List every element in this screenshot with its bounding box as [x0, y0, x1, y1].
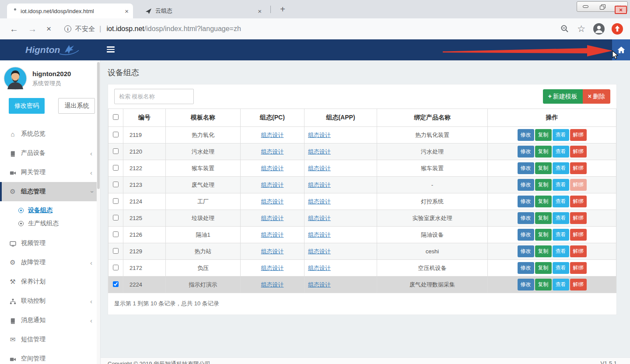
- bookmark-star-icon[interactable]: ☆: [577, 24, 585, 34]
- copy-button[interactable]: 复制: [535, 229, 552, 241]
- edit-button[interactable]: 修改: [518, 212, 534, 224]
- sidebar-item-linkage-control[interactable]: 联动控制 ‹: [0, 291, 100, 311]
- row-checkbox[interactable]: [113, 281, 119, 287]
- copy-button[interactable]: 复制: [535, 146, 552, 158]
- edit-button[interactable]: 修改: [518, 279, 534, 290]
- info-icon[interactable]: i: [64, 25, 71, 32]
- hamburger-menu-icon[interactable]: [107, 46, 115, 54]
- address-bar[interactable]: i 不安全 | iot.idosp.net/idosp/index.html?l…: [64, 24, 553, 33]
- new-template-button[interactable]: +新建模板: [543, 89, 583, 104]
- tab-close-icon[interactable]: ×: [125, 7, 129, 15]
- view-button[interactable]: 查看: [553, 229, 569, 241]
- unbind-button[interactable]: 解绑: [570, 279, 587, 290]
- copy-button[interactable]: 复制: [535, 212, 552, 224]
- copy-button[interactable]: 复制: [535, 196, 552, 207]
- unbind-button[interactable]: 解绑: [570, 245, 587, 257]
- pc-design-link[interactable]: 组态设计: [261, 215, 284, 221]
- edit-button[interactable]: 修改: [518, 229, 534, 241]
- unbind-button[interactable]: 解绑: [570, 162, 587, 174]
- unbind-button[interactable]: 解绑: [570, 262, 587, 274]
- row-checkbox[interactable]: [113, 231, 119, 237]
- sidebar-item-config-management[interactable]: ⚙ 组态管理 ‹: [0, 182, 100, 201]
- pc-design-link[interactable]: 组态设计: [261, 248, 284, 255]
- browser-tab-inactive[interactable]: 云组态 ×: [139, 4, 266, 18]
- restore-button[interactable]: [594, 2, 610, 11]
- app-design-link[interactable]: 组态设计: [308, 182, 331, 188]
- sidebar-scrollbar[interactable]: [97, 60, 100, 364]
- tab-close-icon[interactable]: ×: [258, 7, 262, 15]
- pc-design-link[interactable]: 组态设计: [261, 182, 284, 188]
- view-button[interactable]: 查看: [553, 162, 569, 174]
- edit-button[interactable]: 修改: [518, 179, 534, 191]
- app-design-link[interactable]: 组态设计: [308, 132, 331, 138]
- view-button[interactable]: 查看: [553, 146, 569, 158]
- sidebar-item-message-notification[interactable]: 消息通知 ‹: [0, 311, 100, 330]
- unbind-button[interactable]: 解绑: [570, 196, 587, 207]
- app-design-link[interactable]: 组态设计: [308, 231, 331, 238]
- copy-button[interactable]: 复制: [535, 262, 552, 274]
- sidebar-item-production-line-config[interactable]: 生产线组态: [0, 217, 100, 230]
- view-button[interactable]: 查看: [553, 245, 569, 257]
- edit-button[interactable]: 修改: [518, 146, 534, 158]
- row-checkbox[interactable]: [113, 265, 119, 270]
- unbind-button[interactable]: 解绑: [570, 146, 587, 158]
- pc-design-link[interactable]: 组态设计: [261, 148, 284, 155]
- view-button[interactable]: 查看: [553, 129, 569, 141]
- new-tab-button[interactable]: +: [277, 4, 288, 15]
- view-button[interactable]: 查看: [553, 279, 569, 290]
- view-button[interactable]: 查看: [553, 212, 569, 224]
- minimize-button[interactable]: [577, 2, 594, 11]
- row-checkbox[interactable]: [113, 198, 119, 204]
- app-design-link[interactable]: 组态设计: [308, 248, 331, 255]
- pc-design-link[interactable]: 组态设计: [261, 265, 284, 271]
- browser-profile-icon[interactable]: [593, 23, 605, 35]
- copy-button[interactable]: 复制: [535, 245, 552, 257]
- row-checkbox[interactable]: [113, 132, 119, 137]
- app-design-link[interactable]: 组态设计: [308, 198, 331, 205]
- copy-button[interactable]: 复制: [535, 129, 552, 141]
- edit-button[interactable]: 修改: [518, 245, 534, 257]
- app-design-link[interactable]: 组态设计: [308, 148, 331, 155]
- change-password-button[interactable]: 修改密码: [9, 98, 45, 114]
- app-design-link[interactable]: 组态设计: [308, 265, 331, 271]
- logout-button[interactable]: 退出系统: [58, 98, 95, 114]
- edit-button[interactable]: 修改: [518, 162, 534, 174]
- extension-icon[interactable]: [612, 23, 623, 35]
- row-checkbox[interactable]: [113, 182, 119, 187]
- sidebar-item-device-config[interactable]: 设备组态: [0, 204, 100, 217]
- browser-tab-active[interactable]: iot.idosp.net/idosp/index.html ×: [7, 4, 133, 18]
- search-input[interactable]: [114, 89, 194, 104]
- pc-design-link[interactable]: 组态设计: [261, 281, 284, 288]
- delete-button[interactable]: ×删除: [583, 89, 610, 104]
- view-button[interactable]: 查看: [553, 196, 569, 207]
- sidebar-item-fault-management[interactable]: ⚙ 故障管理 ‹: [0, 253, 100, 272]
- unbind-button[interactable]: 解绑: [570, 179, 587, 191]
- copy-button[interactable]: 复制: [535, 179, 552, 191]
- view-button[interactable]: 查看: [553, 179, 569, 191]
- edit-button[interactable]: 修改: [518, 196, 534, 207]
- copy-button[interactable]: 复制: [535, 279, 552, 290]
- back-button[interactable]: ←: [10, 24, 18, 34]
- row-checkbox[interactable]: [113, 165, 119, 171]
- bigdata-home-button[interactable]: [612, 39, 630, 60]
- view-button[interactable]: 查看: [553, 262, 569, 274]
- zoom-out-icon[interactable]: [560, 24, 569, 33]
- sidebar-item-sms-management[interactable]: ✉ 短信管理: [0, 330, 100, 349]
- edit-button[interactable]: 修改: [518, 129, 534, 141]
- row-checkbox[interactable]: [113, 148, 119, 154]
- pc-design-link[interactable]: 组态设计: [261, 231, 284, 238]
- pc-design-link[interactable]: 组态设计: [261, 198, 284, 205]
- sidebar-item-space-management[interactable]: 空间管理: [0, 349, 100, 364]
- pc-design-link[interactable]: 组态设计: [261, 165, 284, 172]
- row-checkbox[interactable]: [113, 215, 119, 220]
- forward-button[interactable]: →: [28, 24, 37, 34]
- unbind-button[interactable]: 解绑: [570, 212, 587, 224]
- row-checkbox[interactable]: [113, 248, 119, 254]
- pc-design-link[interactable]: 组态设计: [261, 132, 284, 138]
- edit-button[interactable]: 修改: [518, 262, 534, 274]
- sidebar-item-gateway[interactable]: 网关管理 ‹: [0, 163, 100, 182]
- sidebar-item-video-management[interactable]: 视频管理: [0, 234, 100, 253]
- sidebar-item-product-devices[interactable]: 产品设备 ‹: [0, 144, 100, 163]
- app-design-link[interactable]: 组态设计: [308, 281, 331, 288]
- unbind-button[interactable]: 解绑: [570, 129, 587, 141]
